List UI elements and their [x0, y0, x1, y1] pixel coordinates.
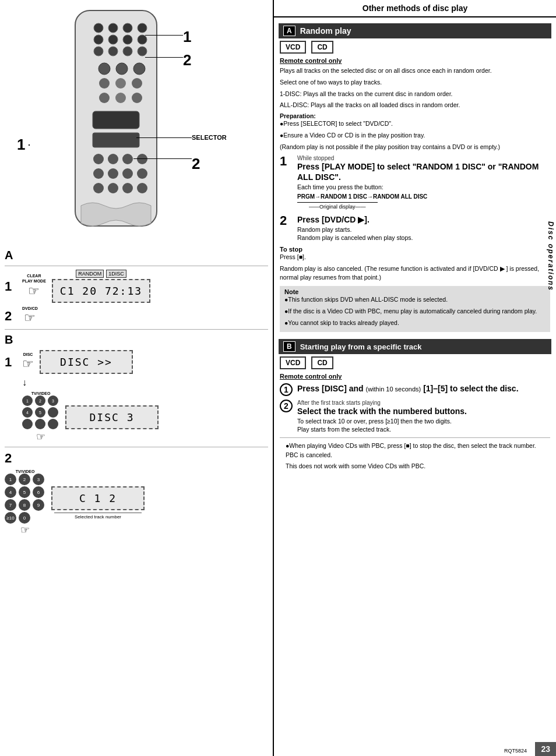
- step-a1-number: 1: [280, 155, 293, 211]
- svg-point-29: [108, 168, 118, 179]
- step-b2-lcd-area: C 1 2 Selected track number: [51, 486, 145, 520]
- disc-badges-a: VCD CD: [280, 43, 550, 51]
- clear-play-mode-label: CLEARPLAY MODE: [22, 274, 46, 284]
- arrow-section: ↓: [22, 377, 268, 388]
- dvd-cd-label: DVD/CD: [22, 306, 38, 310]
- step-b1-text: Press [DISC] and (within 10 seconds) [1]…: [297, 383, 519, 394]
- num2-btn-5[interactable]: 5: [19, 486, 30, 498]
- num2-btn-3[interactable]: 3: [33, 474, 44, 485]
- step-b1-main: Press [DISC] and (within 10 seconds) [1]…: [297, 384, 519, 393]
- remote-illustration: 1 2 1 SELECTOR 2: [5, 5, 268, 246]
- step-b2-main: Select the track with the numbered butto…: [297, 406, 467, 416]
- num-btn-1[interactable]: 1: [22, 395, 33, 406]
- label-1-top: 1: [183, 28, 191, 46]
- step-b1-circle: 1: [280, 383, 293, 396]
- svg-point-16: [99, 78, 110, 89]
- label-2-mid: 2: [192, 155, 200, 173]
- label-2-top: 2: [183, 51, 191, 69]
- section-a-header: A Random play: [279, 23, 551, 38]
- num2-btn-0[interactable]: 0: [19, 512, 30, 524]
- step-a2-sub1: Random play starts.: [297, 225, 413, 234]
- lcd-disc-tag: 1DISC: [106, 270, 126, 278]
- select-ways-text: Select one of two ways to play tracks.: [280, 78, 550, 87]
- section-a-letter: A: [283, 26, 295, 36]
- svg-point-21: [132, 93, 142, 103]
- badge-cd-a: CD: [311, 41, 333, 54]
- step-a1-row: 1 CLEARPLAY MODE ☞ RANDOM 1DISC C1 20 72…: [5, 270, 268, 303]
- svg-point-18: [132, 78, 142, 89]
- numpad-grid: 1 2 3 4 5: [22, 395, 59, 429]
- num-btn-3[interactable]: 3: [48, 395, 58, 406]
- step-a1-instruction: 1 While stopped Press [PLAY MODE] to sel…: [280, 155, 550, 211]
- step-b2-subtitle: After the first track starts playing: [297, 400, 467, 406]
- num2-btn-9[interactable]: 9: [33, 499, 44, 511]
- num2-btn-4[interactable]: 4: [5, 486, 16, 498]
- svg-point-3: [123, 23, 132, 33]
- num-btn-7[interactable]: [22, 419, 33, 429]
- num2-btn-1[interactable]: 1: [5, 474, 16, 485]
- svg-point-26: [122, 154, 133, 164]
- remote-only-b: Remote control only: [280, 373, 550, 380]
- rqt-code: RQT5824: [504, 748, 527, 754]
- step-a1-text: While stopped Press [PLAY MODE] to selec…: [297, 155, 550, 211]
- step-a2-sub2: Random play is canceled when play stops.: [297, 234, 413, 242]
- svg-point-17: [115, 78, 126, 89]
- step-a1-button: CLEARPLAY MODE ☞: [22, 274, 46, 299]
- step-a2-number: 2: [280, 214, 293, 242]
- lcd-display-b1: DISC >>: [40, 350, 133, 374]
- num-btn-2[interactable]: 2: [35, 395, 45, 406]
- prep-label: Preparation:: [280, 112, 550, 119]
- num-btn-5[interactable]: 5: [35, 407, 45, 418]
- num-btn-8[interactable]: [35, 419, 45, 429]
- num2-btn-8[interactable]: 8: [19, 499, 30, 511]
- section-b-letter: B: [283, 341, 295, 352]
- step-b1-num: 1: [5, 355, 16, 370]
- lcd-display-a1: RANDOM 1DISC C1 20 72:13: [52, 270, 150, 303]
- to-stop-label: To stop: [280, 246, 550, 253]
- all-disc-text: ALL-DISC: Plays all the tracks on all lo…: [280, 101, 550, 110]
- num-btn-6[interactable]: [48, 407, 58, 418]
- step-a2-num: 2: [5, 309, 16, 324]
- hand-icon-b2: ☞: [20, 524, 30, 536]
- hand-icon-a1: ☞: [28, 284, 40, 299]
- disc-badges-b: VCD CD: [280, 359, 550, 367]
- remote-svg: [58, 8, 180, 241]
- svg-point-30: [122, 168, 133, 179]
- section-b-left-label: B: [5, 333, 268, 347]
- disc-1-text: 1-DISC: Plays all the tracks on the curr…: [280, 90, 550, 99]
- section-b-title: Starting play from a specific track: [300, 342, 422, 351]
- note-title: Note: [284, 288, 546, 295]
- lcd-display-b2: C 1 2: [51, 486, 145, 510]
- section-a-left-label: A: [5, 249, 268, 262]
- svg-point-2: [108, 23, 118, 33]
- bottom-note-2: This does not work with some Video CDs w…: [286, 462, 544, 471]
- step-a2-instruction: 2 Press [DVD/CD ▶]. Random play starts. …: [280, 214, 550, 242]
- step-b2-row: TV/VIDEO 1 2 3 4 5 6 7 8 9 ≥10 0 ☞ C 1 2…: [5, 469, 268, 536]
- num2-btn-6[interactable]: 6: [33, 486, 44, 498]
- svg-point-28: [93, 168, 104, 179]
- to-stop-text2: Random play is also canceled. (The resum…: [280, 264, 550, 283]
- svg-point-24: [93, 154, 104, 164]
- num2-btn-7[interactable]: 7: [5, 499, 16, 511]
- prep-1: ●Press [SELECTOR] to select "DVD/CD".: [280, 119, 550, 129]
- note-item-1: ●This function skips DVD when ALL-DISC m…: [284, 295, 546, 305]
- down-arrow: ↓: [22, 377, 27, 388]
- prep-3: (Random play is not possible if the play…: [280, 143, 550, 152]
- svg-point-20: [115, 93, 126, 103]
- selected-track-label: Selected track number: [54, 513, 142, 520]
- step-b1-row: 1 DISC ☞ DISC >>: [5, 350, 268, 374]
- bottom-note-1: ●When playing Video CDs with PBC, press …: [286, 441, 544, 460]
- step-b1b-row: TV/VIDEO 1 2 3 4 5 ☞ DISC 3: [5, 391, 268, 443]
- step-b2-instruction: 2 After the first track starts playing S…: [280, 400, 550, 434]
- step-b2-num-standalone: 2: [5, 451, 268, 466]
- step-b2-numpad: TV/VIDEO 1 2 3 4 5 6 7 8 9 ≥10 0 ☞: [5, 469, 45, 536]
- num-btn-9[interactable]: [48, 419, 58, 429]
- num2-btn-10[interactable]: ≥10: [5, 512, 16, 524]
- page-number: 23: [535, 742, 556, 756]
- step-a1-sub: Each time you press the button:: [297, 183, 550, 192]
- section-a-title: Random play: [300, 26, 351, 36]
- svg-point-9: [94, 47, 103, 56]
- remote-only-a: Remote control only: [280, 57, 550, 64]
- num-btn-4[interactable]: 4: [22, 407, 33, 418]
- num2-btn-2[interactable]: 2: [19, 474, 30, 485]
